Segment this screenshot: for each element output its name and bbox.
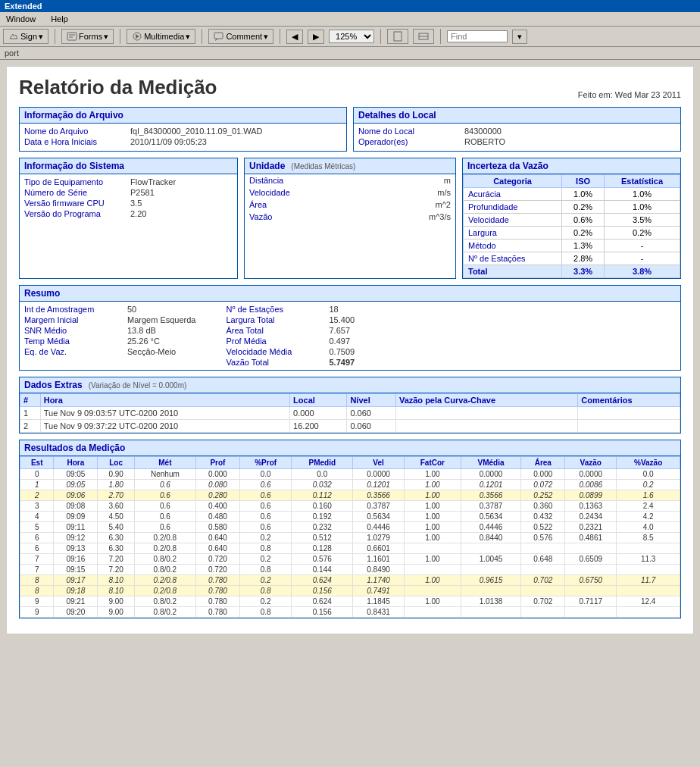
resultados-header: Resultados da Medição [20,440,680,456]
table-row: Total3.3%3.8% [464,265,680,278]
res-vazao: 0.6509 [565,554,617,565]
col-pmedid: PMedid [292,457,353,469]
fit-width-icon [418,31,429,42]
table-row: 909:219.000.8/0.20.7800.20.6241.18451.00… [20,596,680,607]
nav-forward-button[interactable]: ▶ [308,30,324,44]
resumo-value: 25.26 °C [127,337,188,346]
table-row: 609:136.300.2/0.80.6400.80.1280.6601 [20,543,680,554]
col-hora: Hora [54,457,98,469]
res-fatcor: 1.00 [405,533,461,543]
equip-type-row: Tipo de Equipamento FlowTracker [24,177,233,186]
local-details-box: Detalhes do Local Nome do Local 84300000… [353,107,681,152]
comment-label: Comment [226,32,262,41]
resumo-label: Nº de Estações [227,305,325,314]
res-loc: 8.10 [98,575,134,586]
res-vazao: 0.0086 [565,480,617,490]
res-pprof: 0.2 [239,533,292,543]
find-input[interactable] [447,30,508,42]
res-pprof: 0.8 [239,543,292,554]
resumo-row: Largura Total15.400 [227,315,390,324]
addr-text: port [5,49,19,58]
resumo-row: Área Total7.657 [227,326,390,335]
res-est: 1 [20,480,54,490]
res-est: 6 [20,533,54,543]
col-iso: ISO [562,175,605,188]
file-date-row: Data e Hora Iniciais 2010/11/09 09:05:23 [24,137,342,146]
resumo-value: 13.8 dB [127,326,188,335]
top-sections: Informação do Arquivo Nome do Arquivo fq… [19,107,681,152]
res-area: 0.522 [521,522,565,533]
res-prof: 0.780 [195,596,239,607]
sign-icon [8,31,19,42]
menu-window[interactable]: Window [3,14,39,24]
resumo-row: Eq. de Vaz.Secção-Meio [24,347,196,356]
resumo-value: 5.7497 [330,358,390,367]
resumo-row: SNR Médio13.8 dB [24,326,196,335]
sep6 [440,29,441,44]
multimedia-arrow: ▾ [186,32,190,42]
zoom-select[interactable]: 125% 100% 75% [329,30,374,43]
resumo-row: Temp Média25.26 °C [24,337,196,346]
resumo-label: Margem Inicial [24,315,123,324]
res-pmedid: 0.624 [292,596,353,607]
resumo-value: 0.7509 [330,347,390,356]
res-prof: 0.480 [195,512,239,522]
title-text: Extended [5,2,42,11]
comment-button[interactable]: Comment ▾ [208,29,273,44]
incerteza-iso: 2.8% [562,252,605,265]
area-label: Área [245,199,374,211]
res-area: 0.702 [521,596,565,607]
sign-arrow: ▾ [39,32,43,42]
res-vmedia: 1.0045 [461,554,521,565]
multimedia-button[interactable]: Multimedia ▾ [127,29,195,44]
sign-button[interactable]: Sign ▾ [3,29,48,44]
res-loc: 0.90 [98,469,134,480]
table-row: 509:115.400.60.5800.60.2320.44461.000.44… [20,522,680,533]
main-content: Relatório da Medição Feito em: Wed Mar 2… [6,66,694,634]
res-area [521,586,565,596]
dist-label: Distância [245,174,374,186]
res-met: 0.6 [134,512,195,522]
sign-label: Sign [20,32,37,41]
res-vazao: 0.7117 [565,596,617,607]
res-hora: 09:06 [54,490,98,501]
menu-help[interactable]: Help [48,14,71,24]
fit-page-icon [392,31,403,42]
resumo-value: 7.657 [330,326,390,335]
svg-rect-0 [67,33,77,40]
fit-page-button[interactable] [387,29,408,44]
res-vmedia: 0.8440 [461,533,521,543]
res-est: 5 [20,522,54,533]
res-hora: 09:17 [54,575,98,586]
forms-button[interactable]: Forms ▾ [61,29,114,44]
svg-rect-7 [394,32,402,41]
fit-width-button[interactable] [413,29,434,44]
resumo-label: Área Total [227,326,325,335]
res-vmedia: 0.3787 [461,501,521,512]
res-pprof: 0.6 [239,490,292,501]
operator-row: Operador(es) ROBERTO [358,137,676,146]
nav-back-button[interactable]: ◀ [286,30,303,44]
res-loc: 6.30 [98,533,134,543]
table-row: Método1.3%- [464,239,680,252]
table-row: Área m^2 [245,199,455,211]
svg-marker-4 [136,34,139,39]
res-pvazao [617,607,680,618]
table-row: 809:178.100.2/0.80.7800.20.6241.17401.00… [20,575,680,586]
col-categoria: Categoria [464,175,562,188]
res-fatcor: 1.00 [405,501,461,512]
area-value: m^2 [374,199,455,211]
col-prof: Prof [195,457,239,469]
res-fatcor: 1.00 [405,480,461,490]
res-met: 0.8/0.2 [134,596,195,607]
incerteza-estat: 1.0% [605,201,680,214]
res-met: 0.2/0.8 [134,543,195,554]
incerteza-categoria: Método [464,239,562,252]
table-row: 709:157.200.8/0.20.7200.80.1440.8490 [20,565,680,575]
firmware-label: Versão firmware CPU [24,199,130,208]
res-area: 0.252 [521,490,565,501]
find-arrow-button[interactable]: ▾ [512,30,527,44]
resumo-left-col: Int de Amostragem50Margem InicialMargem … [24,305,196,367]
incerteza-iso: 0.2% [562,227,605,239]
res-hora: 09:13 [54,543,98,554]
